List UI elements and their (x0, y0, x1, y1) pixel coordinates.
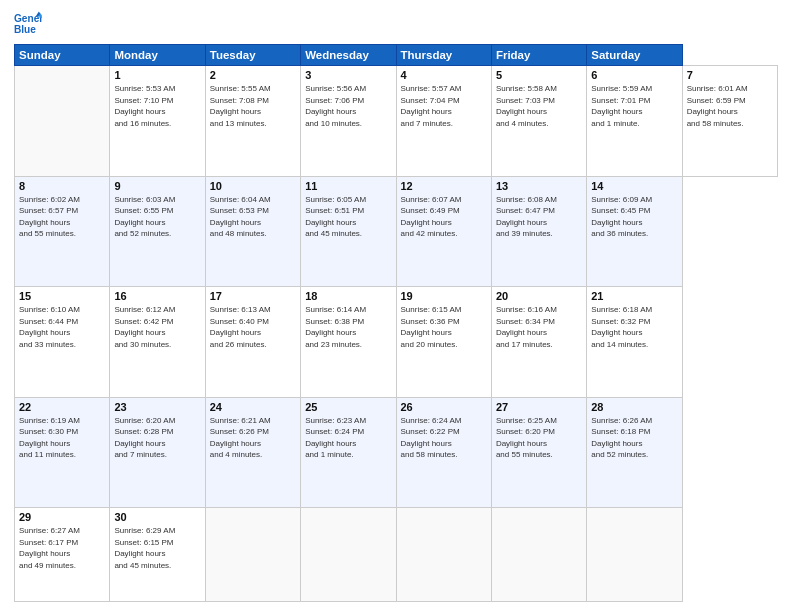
day-number: 11 (305, 180, 391, 192)
day-info: Sunrise: 6:05 AMSunset: 6:51 PMDaylight … (305, 195, 366, 239)
day-info: Sunrise: 6:14 AMSunset: 6:38 PMDaylight … (305, 305, 366, 349)
day-cell-4: 4Sunrise: 5:57 AMSunset: 7:04 PMDaylight… (396, 66, 491, 177)
day-cell-14: 14Sunrise: 6:09 AMSunset: 6:45 PMDayligh… (587, 176, 682, 287)
day-cell-30: 30Sunrise: 6:29 AMSunset: 6:15 PMDayligh… (110, 508, 205, 602)
svg-text:Blue: Blue (14, 24, 36, 35)
day-cell-20: 20Sunrise: 6:16 AMSunset: 6:34 PMDayligh… (491, 287, 586, 398)
day-cell-5: 5Sunrise: 5:58 AMSunset: 7:03 PMDaylight… (491, 66, 586, 177)
day-info: Sunrise: 6:24 AMSunset: 6:22 PMDaylight … (401, 416, 462, 460)
day-cell-8: 8Sunrise: 6:02 AMSunset: 6:57 PMDaylight… (15, 176, 110, 287)
day-number: 20 (496, 290, 582, 302)
day-info: Sunrise: 6:25 AMSunset: 6:20 PMDaylight … (496, 416, 557, 460)
day-cell-19: 19Sunrise: 6:15 AMSunset: 6:36 PMDayligh… (396, 287, 491, 398)
day-number: 18 (305, 290, 391, 302)
calendar-page: General Blue SundayMondayTuesdayWednesda… (0, 0, 792, 612)
day-number: 27 (496, 401, 582, 413)
day-number: 24 (210, 401, 296, 413)
day-cell-27: 27Sunrise: 6:25 AMSunset: 6:20 PMDayligh… (491, 397, 586, 508)
day-cell-28: 28Sunrise: 6:26 AMSunset: 6:18 PMDayligh… (587, 397, 682, 508)
weekday-header-friday: Friday (491, 45, 586, 66)
empty-cell (15, 66, 110, 177)
day-number: 6 (591, 69, 677, 81)
day-cell-21: 21Sunrise: 6:18 AMSunset: 6:32 PMDayligh… (587, 287, 682, 398)
day-info: Sunrise: 6:02 AMSunset: 6:57 PMDaylight … (19, 195, 80, 239)
day-info: Sunrise: 6:09 AMSunset: 6:45 PMDaylight … (591, 195, 652, 239)
week-row-1: 1Sunrise: 5:53 AMSunset: 7:10 PMDaylight… (15, 66, 778, 177)
weekday-header-monday: Monday (110, 45, 205, 66)
weekday-header-thursday: Thursday (396, 45, 491, 66)
day-number: 3 (305, 69, 391, 81)
day-number: 7 (687, 69, 773, 81)
week-row-2: 8Sunrise: 6:02 AMSunset: 6:57 PMDaylight… (15, 176, 778, 287)
weekday-header-tuesday: Tuesday (205, 45, 300, 66)
day-cell-2: 2Sunrise: 5:55 AMSunset: 7:08 PMDaylight… (205, 66, 300, 177)
day-info: Sunrise: 6:13 AMSunset: 6:40 PMDaylight … (210, 305, 271, 349)
day-number: 10 (210, 180, 296, 192)
day-cell-9: 9Sunrise: 6:03 AMSunset: 6:55 PMDaylight… (110, 176, 205, 287)
day-cell-22: 22Sunrise: 6:19 AMSunset: 6:30 PMDayligh… (15, 397, 110, 508)
day-number: 9 (114, 180, 200, 192)
day-number: 5 (496, 69, 582, 81)
day-info: Sunrise: 6:08 AMSunset: 6:47 PMDaylight … (496, 195, 557, 239)
day-number: 29 (19, 511, 105, 523)
day-cell-23: 23Sunrise: 6:20 AMSunset: 6:28 PMDayligh… (110, 397, 205, 508)
day-info: Sunrise: 6:21 AMSunset: 6:26 PMDaylight … (210, 416, 271, 460)
empty-cell (301, 508, 396, 602)
logo-icon: General Blue (14, 10, 42, 38)
day-info: Sunrise: 6:03 AMSunset: 6:55 PMDaylight … (114, 195, 175, 239)
day-cell-18: 18Sunrise: 6:14 AMSunset: 6:38 PMDayligh… (301, 287, 396, 398)
day-info: Sunrise: 6:04 AMSunset: 6:53 PMDaylight … (210, 195, 271, 239)
weekday-header-sunday: Sunday (15, 45, 110, 66)
week-row-3: 15Sunrise: 6:10 AMSunset: 6:44 PMDayligh… (15, 287, 778, 398)
day-info: Sunrise: 6:23 AMSunset: 6:24 PMDaylight … (305, 416, 366, 460)
day-number: 26 (401, 401, 487, 413)
day-cell-6: 6Sunrise: 5:59 AMSunset: 7:01 PMDaylight… (587, 66, 682, 177)
day-number: 19 (401, 290, 487, 302)
day-info: Sunrise: 6:20 AMSunset: 6:28 PMDaylight … (114, 416, 175, 460)
day-info: Sunrise: 6:18 AMSunset: 6:32 PMDaylight … (591, 305, 652, 349)
header: General Blue (14, 10, 778, 38)
day-cell-17: 17Sunrise: 6:13 AMSunset: 6:40 PMDayligh… (205, 287, 300, 398)
day-number: 14 (591, 180, 677, 192)
day-info: Sunrise: 6:12 AMSunset: 6:42 PMDaylight … (114, 305, 175, 349)
weekday-header-saturday: Saturday (587, 45, 682, 66)
day-number: 4 (401, 69, 487, 81)
day-info: Sunrise: 6:01 AMSunset: 6:59 PMDaylight … (687, 84, 748, 128)
day-number: 22 (19, 401, 105, 413)
week-row-5: 29Sunrise: 6:27 AMSunset: 6:17 PMDayligh… (15, 508, 778, 602)
day-number: 21 (591, 290, 677, 302)
empty-cell (396, 508, 491, 602)
day-cell-11: 11Sunrise: 6:05 AMSunset: 6:51 PMDayligh… (301, 176, 396, 287)
day-number: 12 (401, 180, 487, 192)
week-row-4: 22Sunrise: 6:19 AMSunset: 6:30 PMDayligh… (15, 397, 778, 508)
day-number: 30 (114, 511, 200, 523)
empty-cell (205, 508, 300, 602)
weekday-header-wednesday: Wednesday (301, 45, 396, 66)
day-info: Sunrise: 6:27 AMSunset: 6:17 PMDaylight … (19, 526, 80, 570)
logo: General Blue (14, 10, 42, 38)
day-info: Sunrise: 5:53 AMSunset: 7:10 PMDaylight … (114, 84, 175, 128)
day-info: Sunrise: 6:26 AMSunset: 6:18 PMDaylight … (591, 416, 652, 460)
day-cell-13: 13Sunrise: 6:08 AMSunset: 6:47 PMDayligh… (491, 176, 586, 287)
day-cell-15: 15Sunrise: 6:10 AMSunset: 6:44 PMDayligh… (15, 287, 110, 398)
day-number: 2 (210, 69, 296, 81)
day-cell-16: 16Sunrise: 6:12 AMSunset: 6:42 PMDayligh… (110, 287, 205, 398)
day-cell-7: 7Sunrise: 6:01 AMSunset: 6:59 PMDaylight… (682, 66, 777, 177)
day-info: Sunrise: 6:29 AMSunset: 6:15 PMDaylight … (114, 526, 175, 570)
day-info: Sunrise: 6:15 AMSunset: 6:36 PMDaylight … (401, 305, 462, 349)
day-info: Sunrise: 5:59 AMSunset: 7:01 PMDaylight … (591, 84, 652, 128)
calendar-table: SundayMondayTuesdayWednesdayThursdayFrid… (14, 44, 778, 602)
day-number: 8 (19, 180, 105, 192)
day-info: Sunrise: 6:10 AMSunset: 6:44 PMDaylight … (19, 305, 80, 349)
day-info: Sunrise: 6:19 AMSunset: 6:30 PMDaylight … (19, 416, 80, 460)
day-cell-1: 1Sunrise: 5:53 AMSunset: 7:10 PMDaylight… (110, 66, 205, 177)
day-cell-10: 10Sunrise: 6:04 AMSunset: 6:53 PMDayligh… (205, 176, 300, 287)
day-number: 1 (114, 69, 200, 81)
day-cell-26: 26Sunrise: 6:24 AMSunset: 6:22 PMDayligh… (396, 397, 491, 508)
day-cell-25: 25Sunrise: 6:23 AMSunset: 6:24 PMDayligh… (301, 397, 396, 508)
empty-cell (587, 508, 682, 602)
day-number: 28 (591, 401, 677, 413)
day-info: Sunrise: 6:16 AMSunset: 6:34 PMDaylight … (496, 305, 557, 349)
day-number: 17 (210, 290, 296, 302)
day-number: 25 (305, 401, 391, 413)
